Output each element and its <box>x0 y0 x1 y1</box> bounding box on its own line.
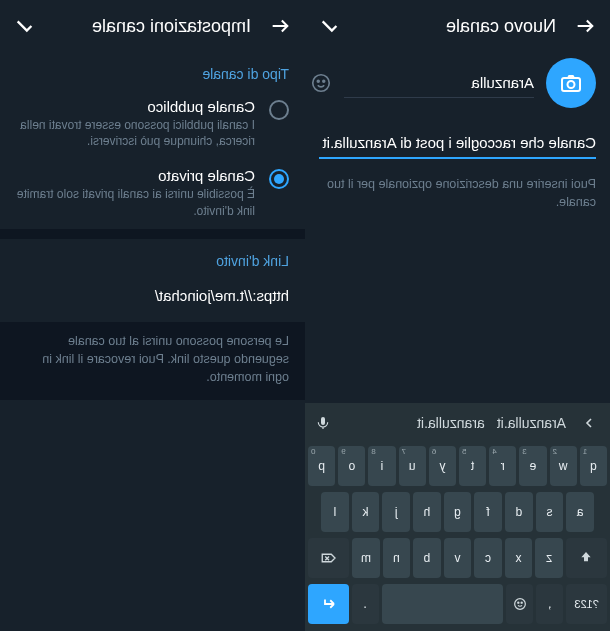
suggestion-1[interactable]: Aranzulla.it <box>497 415 566 431</box>
description-row <box>305 112 610 167</box>
key-e[interactable]: e3 <box>519 446 546 486</box>
key-q[interactable]: q1 <box>580 446 607 486</box>
svg-point-3 <box>323 80 325 82</box>
radio-public-channel[interactable]: Canale pubblico I canali pubblici posson… <box>0 90 305 159</box>
svg-point-8 <box>518 602 519 603</box>
key-d[interactable]: d <box>505 492 533 532</box>
svg-point-4 <box>317 80 319 82</box>
back-icon[interactable] <box>574 15 596 37</box>
channel-name-row <box>305 52 610 112</box>
svg-point-1 <box>568 81 575 88</box>
onscreen-keyboard: Aranzulla.it aranzulla.it q1w2e3r4t5y6u7… <box>305 403 610 631</box>
svg-point-7 <box>521 602 522 603</box>
channel-name-input[interactable] <box>344 68 534 98</box>
new-channel-pane: Nuovo canale Puoi inserire una descrizio… <box>305 0 610 631</box>
description-help: Puoi inserire una descrizione opzionale … <box>305 167 610 211</box>
key-l[interactable]: l <box>321 492 349 532</box>
kb-row-4: ?123 , . <box>305 581 610 627</box>
key-w[interactable]: w2 <box>550 446 577 486</box>
page-title: Nuovo canale <box>359 16 556 37</box>
back-icon[interactable] <box>269 15 291 37</box>
section-invite-link: Link d'invito <box>0 239 305 277</box>
key-r[interactable]: r4 <box>489 446 516 486</box>
key-comma[interactable]: , <box>536 584 563 624</box>
emoji-icon[interactable] <box>310 70 332 96</box>
key-t[interactable]: t5 <box>459 446 486 486</box>
key-emoji[interactable] <box>506 584 533 624</box>
key-f[interactable]: f <box>474 492 502 532</box>
key-space[interactable] <box>382 584 504 624</box>
radio-description: I canali pubblici possono essere trovati… <box>16 117 255 149</box>
key-p[interactable]: p0 <box>308 446 335 486</box>
key-x[interactable]: x <box>505 538 533 578</box>
key-b[interactable]: b <box>413 538 441 578</box>
key-s[interactable]: s <box>536 492 564 532</box>
invite-link[interactable]: https://t.me/joinchat/ <box>0 277 305 322</box>
section-channel-type: Tipo di canale <box>0 52 305 90</box>
suggestion-bar: Aranzulla.it aranzulla.it <box>305 403 610 443</box>
key-j[interactable]: j <box>382 492 410 532</box>
key-z[interactable]: z <box>535 538 563 578</box>
confirm-icon[interactable] <box>319 15 341 37</box>
key-i[interactable]: i8 <box>368 446 395 486</box>
header: Nuovo canale <box>305 0 610 52</box>
radio-label: Canale pubblico <box>16 98 255 115</box>
key-enter[interactable] <box>308 584 349 624</box>
key-n[interactable]: n <box>383 538 411 578</box>
channel-settings-pane: Impostazioni canale Tipo di canale Canal… <box>0 0 305 631</box>
key-k[interactable]: k <box>352 492 380 532</box>
key-m[interactable]: m <box>352 538 380 578</box>
key-y[interactable]: y6 <box>429 446 456 486</box>
key-g[interactable]: g <box>444 492 472 532</box>
separator <box>0 229 305 239</box>
key-shift[interactable] <box>566 538 607 578</box>
chevron-right-icon[interactable] <box>578 412 600 434</box>
radio-description: È possibile unirsi ai canali privati sol… <box>16 186 255 218</box>
key-v[interactable]: v <box>444 538 472 578</box>
key-symbols[interactable]: ?123 <box>566 584 607 624</box>
confirm-icon[interactable] <box>14 15 36 37</box>
kb-row-3: zxcvbnm <box>305 535 610 581</box>
key-h[interactable]: h <box>413 492 441 532</box>
description-input[interactable] <box>319 130 596 159</box>
svg-point-2 <box>313 75 330 92</box>
key-c[interactable]: c <box>474 538 502 578</box>
svg-rect-0 <box>562 78 580 91</box>
radio-icon <box>269 100 289 120</box>
radio-icon <box>269 169 289 189</box>
key-o[interactable]: o9 <box>338 446 365 486</box>
key-a[interactable]: a <box>566 492 594 532</box>
key-u[interactable]: u7 <box>399 446 426 486</box>
camera-button[interactable] <box>546 58 596 108</box>
invite-link-help: Le persone possono unirsi al tuo canale … <box>0 322 305 400</box>
radio-label: Canale privato <box>16 167 255 184</box>
svg-point-6 <box>515 599 526 610</box>
key-dot[interactable]: . <box>352 584 379 624</box>
key-backspace[interactable] <box>308 538 349 578</box>
mic-icon[interactable] <box>315 415 331 431</box>
header: Impostazioni canale <box>0 0 305 52</box>
kb-row-1: q1w2e3r4t5y6u7i8o9p0 <box>305 443 610 489</box>
suggestion-2[interactable]: aranzulla.it <box>417 415 485 431</box>
radio-private-channel[interactable]: Canale privato È possibile unirsi ai can… <box>0 159 305 228</box>
kb-row-2: asdfghjkl <box>305 489 610 535</box>
svg-rect-5 <box>321 417 325 425</box>
page-title: Impostazioni canale <box>54 16 251 37</box>
